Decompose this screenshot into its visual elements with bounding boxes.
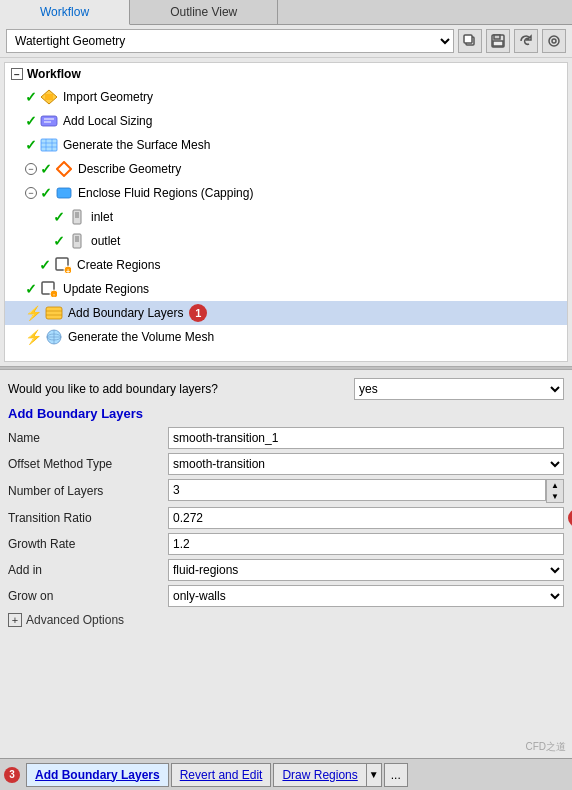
check-icon-enclose: ✓ xyxy=(40,185,52,201)
create-label: Create Regions xyxy=(77,258,160,272)
layers-label: Number of Layers xyxy=(8,484,168,498)
svg-marker-8 xyxy=(45,94,53,100)
expand-describe[interactable]: − xyxy=(25,163,37,175)
svg-rect-22 xyxy=(75,236,79,242)
section-title: Add Boundary Layers xyxy=(8,406,564,421)
workflow-item-volume[interactable]: ⚡ Generate the Volume Mesh xyxy=(5,325,567,349)
expand-enclose[interactable]: − xyxy=(25,187,37,199)
outlet-label: outlet xyxy=(91,234,120,248)
inlet-label: inlet xyxy=(91,210,113,224)
svg-rect-29 xyxy=(46,307,62,319)
workflow-header[interactable]: − Workflow xyxy=(5,63,567,85)
svg-rect-3 xyxy=(494,35,500,39)
surface-icon xyxy=(40,136,58,154)
tab-workflow[interactable]: Workflow xyxy=(0,0,130,25)
update-icon: ↑ xyxy=(40,280,58,298)
workflow-item-update[interactable]: ✓ ↑ Update Regions xyxy=(5,277,567,301)
check-icon-outlet: ✓ xyxy=(53,233,65,249)
outlet-icon xyxy=(68,232,86,250)
create-icon: + xyxy=(54,256,72,274)
inlet-icon xyxy=(68,208,86,226)
check-icon-update: ✓ xyxy=(25,281,37,297)
volume-label: Generate the Volume Mesh xyxy=(68,330,214,344)
workflow-item-boundary[interactable]: ⚡ Add Boundary Layers 1 xyxy=(5,301,567,325)
workflow-item-enclose[interactable]: − ✓ Enclose Fluid Regions (Capping) xyxy=(5,181,567,205)
draw-regions-arrow[interactable]: ▼ xyxy=(366,763,382,787)
workflow-item-surface[interactable]: ✓ Generate the Surface Mesh xyxy=(5,133,567,157)
svg-text:+: + xyxy=(66,268,70,273)
toolbar: Watertight Geometry Fault-tolerant Meshi… xyxy=(0,25,572,58)
check-icon-import: ✓ xyxy=(25,89,37,105)
save-button[interactable] xyxy=(486,29,510,53)
enclose-label: Enclose Fluid Regions (Capping) xyxy=(78,186,253,200)
transition-label: Transition Ratio xyxy=(8,511,168,525)
check-icon-sizing: ✓ xyxy=(25,113,37,129)
form-question-row: Would you like to add boundary layers? y… xyxy=(8,378,564,400)
collapse-icon: − xyxy=(11,68,23,80)
svg-rect-4 xyxy=(493,41,503,46)
sizing-label: Add Local Sizing xyxy=(63,114,152,128)
check-icon-create: ✓ xyxy=(39,257,51,273)
watermark: CFD之道 xyxy=(525,740,566,754)
offset-select[interactable]: smooth-transition uniform last-ratio xyxy=(168,453,564,475)
layers-spinner: ▲ ▼ xyxy=(168,479,564,503)
workflow-item-outlet[interactable]: ✓ outlet xyxy=(5,229,567,253)
boundary-badge: 1 xyxy=(189,304,207,322)
workflow-item-sizing[interactable]: ✓ Add Local Sizing xyxy=(5,109,567,133)
workflow-item-import[interactable]: ✓ Import Geometry xyxy=(5,85,567,109)
workflow-item-inlet[interactable]: ✓ inlet xyxy=(5,205,567,229)
spinner-down[interactable]: ▼ xyxy=(547,491,563,502)
question-label: Would you like to add boundary layers? xyxy=(8,382,354,396)
workflow-item-describe[interactable]: − ✓ Describe Geometry xyxy=(5,157,567,181)
boundary-icon xyxy=(45,304,63,322)
enclose-icon xyxy=(55,184,73,202)
svg-point-5 xyxy=(552,39,556,43)
spinner-up[interactable]: ▲ xyxy=(547,480,563,491)
transition-badge: 2 xyxy=(568,509,572,527)
check-icon-surface: ✓ xyxy=(25,137,37,153)
refresh-button[interactable] xyxy=(514,29,538,53)
offset-label: Offset Method Type xyxy=(8,457,168,471)
form-row-transition: Transition Ratio 2 xyxy=(8,507,564,529)
growth-label: Growth Rate xyxy=(8,537,168,551)
lightning-icon-volume: ⚡ xyxy=(25,329,42,345)
addin-label: Add in xyxy=(8,563,168,577)
form-row-growth: Growth Rate xyxy=(8,533,564,555)
growth-input[interactable] xyxy=(168,533,564,555)
advanced-options[interactable]: + Advanced Options xyxy=(8,613,564,627)
workflow-panel: − Workflow ✓ Import Geometry ✓ Add Local… xyxy=(4,62,568,362)
action-bar: 3 Add Boundary Layers Revert and Edit Dr… xyxy=(0,758,572,790)
separator xyxy=(0,366,572,370)
boundary-label: Add Boundary Layers xyxy=(68,306,183,320)
lightning-icon-boundary: ⚡ xyxy=(25,305,42,321)
spinner-buttons: ▲ ▼ xyxy=(546,479,564,503)
workflow-item-create[interactable]: ✓ + Create Regions xyxy=(5,253,567,277)
growon-select[interactable]: only-walls all-boundaries xyxy=(168,585,564,607)
copy-button[interactable] xyxy=(458,29,482,53)
workflow-title: Workflow xyxy=(27,67,81,81)
form-row-growon: Grow on only-walls all-boundaries xyxy=(8,585,564,607)
addin-select[interactable]: fluid-regions all-regions xyxy=(168,559,564,581)
import-label: Import Geometry xyxy=(63,90,153,104)
more-button[interactable]: ... xyxy=(384,763,408,787)
question-select[interactable]: yes no xyxy=(354,378,564,400)
sizing-icon xyxy=(40,112,58,130)
svg-rect-18 xyxy=(57,188,71,198)
check-icon-inlet: ✓ xyxy=(53,209,65,225)
draw-regions-button[interactable]: Draw Regions xyxy=(273,763,365,787)
add-boundary-button[interactable]: Add Boundary Layers xyxy=(26,763,169,787)
draw-regions-group: Draw Regions ▼ xyxy=(273,763,381,787)
revert-edit-button[interactable]: Revert and Edit xyxy=(171,763,272,787)
transition-input[interactable] xyxy=(168,507,564,529)
name-input[interactable] xyxy=(168,427,564,449)
form-row-addin: Add in fluid-regions all-regions xyxy=(8,559,564,581)
surface-label: Generate the Surface Mesh xyxy=(63,138,210,152)
describe-icon xyxy=(55,160,73,178)
tab-outline[interactable]: Outline View xyxy=(130,0,278,24)
layers-input[interactable] xyxy=(168,479,546,501)
svg-rect-20 xyxy=(75,212,79,218)
svg-point-6 xyxy=(549,36,559,46)
workflow-dropdown[interactable]: Watertight Geometry Fault-tolerant Meshi… xyxy=(6,29,454,53)
form-row-offset: Offset Method Type smooth-transition uni… xyxy=(8,453,564,475)
settings-button[interactable] xyxy=(542,29,566,53)
